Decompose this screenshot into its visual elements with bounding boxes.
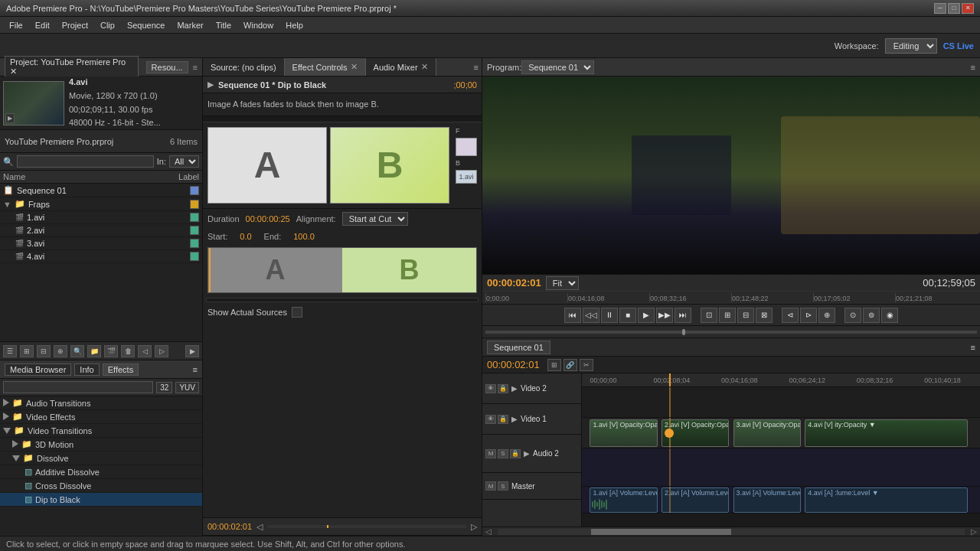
- prev-page-button[interactable]: ◁: [138, 345, 152, 357]
- dissolve-category[interactable]: 📁 Dissolve: [0, 452, 202, 465]
- list-item[interactable]: 🎬 3.avi: [0, 237, 202, 250]
- video2-lock-btn[interactable]: 🔒: [498, 384, 508, 393]
- cross-dissolve-item[interactable]: ▧ Cross Dissolve: [0, 479, 202, 493]
- audio2-track[interactable]: [582, 448, 980, 487]
- next-page-button[interactable]: ▷: [155, 345, 168, 357]
- audio1-track[interactable]: 1.avi [A] Volume:Level ▼ 2.avi [A] Volum…: [582, 487, 980, 514]
- audio-transitions-category[interactable]: 📁 Audio Transitions: [0, 396, 202, 410]
- tab-resources[interactable]: Resou...: [146, 61, 188, 73]
- list-item[interactable]: 🎬 4.avi: [0, 250, 202, 263]
- menu-item-file[interactable]: File: [3, 19, 29, 31]
- video-effects-category[interactable]: 📁 Video Effects: [0, 410, 202, 424]
- tab-info[interactable]: Info: [74, 364, 99, 376]
- list-item[interactable]: ▼ 📁 Fraps: [0, 197, 202, 211]
- audio-mixer-tab[interactable]: Audio Mixer ✕: [366, 58, 436, 76]
- tab-effects[interactable]: Effects: [103, 364, 139, 376]
- video-transitions-category[interactable]: 📁 Video Transitions: [0, 424, 202, 438]
- panel-menu-btn[interactable]: ≡: [471, 63, 482, 72]
- next-nav[interactable]: ▷: [471, 522, 477, 532]
- tab-project[interactable]: Project: YouTube Premiere Pro ✕: [5, 56, 139, 78]
- project-tab-close[interactable]: ✕: [10, 67, 17, 76]
- video1-track[interactable]: 1.avi [V] Opacity:Opacity ▼ 2.avi [V] Op…: [582, 418, 980, 448]
- export-frame-button[interactable]: ⊙: [844, 308, 861, 323]
- prog-menu-button[interactable]: ≡: [971, 63, 975, 72]
- minimize-button[interactable]: ─: [934, 3, 946, 14]
- program-sequence-select[interactable]: Sequence 01: [521, 60, 594, 74]
- timeline-menu[interactable]: ≡: [971, 343, 975, 352]
- list-view-button[interactable]: ☰: [3, 345, 17, 357]
- step-back-button[interactable]: ◁◁: [583, 308, 599, 323]
- output-button[interactable]: ◉: [881, 308, 898, 323]
- audio-clip-4[interactable]: 4.avi [A] :lume:Level ▼: [805, 487, 968, 513]
- step-forward-button[interactable]: ▶▶: [656, 308, 673, 323]
- menu-item-project[interactable]: Project: [56, 19, 94, 31]
- safe-margins-button[interactable]: ⊚: [863, 308, 880, 323]
- clip-3avi-v[interactable]: 3.avi [V] Opacity:Opacity ▼: [733, 419, 801, 447]
- video1-visibility-btn[interactable]: 👁: [485, 415, 496, 424]
- prev-nav[interactable]: ◁: [256, 522, 263, 532]
- volume-slider[interactable]: [485, 331, 977, 334]
- play-button[interactable]: ▶: [638, 308, 655, 323]
- menu-item-edit[interactable]: Edit: [29, 19, 56, 31]
- timeline-scrollbar-thumb[interactable]: [591, 529, 731, 535]
- list-item[interactable]: 🎬 2.avi: [0, 224, 202, 237]
- mark-clip-button[interactable]: ⊕: [818, 308, 835, 323]
- video1-lock-btn[interactable]: 🔒: [498, 415, 508, 424]
- lift-button[interactable]: ⊡: [701, 308, 717, 323]
- menu-item-sequence[interactable]: Sequence: [121, 19, 172, 31]
- timeline-snap-btn[interactable]: ⊞: [547, 359, 561, 371]
- clip-4avi-v[interactable]: 4.avi [V] ity:Opacity ▼: [805, 419, 968, 447]
- new-item-button[interactable]: 🎬: [104, 345, 118, 357]
- timeline-sequence-tab[interactable]: Sequence 01: [487, 341, 550, 354]
- effect-controls-close[interactable]: ✕: [351, 62, 358, 72]
- gradient-scrollbar[interactable]: [206, 298, 479, 302]
- play-button[interactable]: ▶: [207, 80, 214, 90]
- play-preview-button[interactable]: ▶: [185, 345, 199, 357]
- timeline-scrollbar[interactable]: [498, 529, 965, 535]
- mark-in-button[interactable]: ⊲: [782, 308, 799, 323]
- timeline-content-ruler[interactable]: 00;00;00 00;02;08;04 00;04;16;08 00;06;2…: [582, 373, 980, 387]
- master-solo-btn[interactable]: S: [498, 481, 508, 491]
- panel-menu-button[interactable]: ≡: [193, 63, 198, 72]
- automate-button[interactable]: ⊕: [54, 345, 67, 357]
- search-input[interactable]: [17, 155, 154, 168]
- source-tab[interactable]: Source: (no clips): [203, 58, 285, 76]
- show-sources-checkbox[interactable]: [292, 307, 302, 318]
- new-bin-button[interactable]: 📁: [87, 345, 101, 357]
- extract-button[interactable]: ⊞: [719, 308, 736, 323]
- list-item[interactable]: 📋 Sequence 01: [0, 184, 202, 197]
- menu-item-clip[interactable]: Clip: [94, 19, 121, 31]
- menu-item-window[interactable]: Window: [237, 19, 279, 31]
- go-to-out-button[interactable]: ⏭: [675, 308, 691, 323]
- 3d-motion-category[interactable]: 📁 3D Motion: [0, 438, 202, 452]
- prev-frame-button[interactable]: ⏸: [601, 308, 618, 323]
- audio2-mute-btn[interactable]: M: [485, 449, 496, 458]
- audio-mixer-close[interactable]: ✕: [421, 62, 428, 72]
- list-item[interactable]: 🎬 1.avi: [0, 211, 202, 224]
- master-mute-btn[interactable]: M: [485, 481, 496, 491]
- fit-select[interactable]: Fit: [546, 276, 579, 290]
- video2-visibility-btn[interactable]: 👁: [485, 384, 496, 393]
- audio2-solo-btn[interactable]: S: [498, 449, 508, 458]
- find-button[interactable]: 🔍: [70, 345, 84, 357]
- audio2-lock-btn[interactable]: 🔒: [510, 449, 521, 458]
- audio-clip-1[interactable]: 1.avi [A] Volume:Level ▼: [590, 487, 657, 513]
- timeline-link-btn[interactable]: 🔗: [564, 359, 577, 371]
- overlay-button[interactable]: ⊠: [756, 308, 773, 323]
- effect-progress-bar[interactable]: [267, 525, 466, 528]
- cs-live-button[interactable]: CS Live: [943, 41, 974, 51]
- dip-to-black-item[interactable]: ▧ Dip to Black: [0, 493, 202, 507]
- stop-button[interactable]: ■: [619, 308, 636, 323]
- alignment-select[interactable]: Start at Cut: [342, 212, 408, 226]
- effect-controls-tab[interactable]: Effect Controls ✕: [285, 58, 366, 76]
- workspace-select[interactable]: Editing: [885, 38, 937, 54]
- maximize-button[interactable]: □: [948, 3, 960, 14]
- freeform-view-button[interactable]: ⊟: [37, 345, 51, 357]
- insert-button[interactable]: ⊟: [737, 308, 754, 323]
- icon-view-button[interactable]: ⊞: [20, 345, 34, 357]
- delete-button[interactable]: 🗑: [121, 345, 135, 357]
- mark-out-button[interactable]: ⊳: [800, 308, 817, 323]
- scroll-left-button[interactable]: ◁: [482, 527, 495, 536]
- audio-clip-2[interactable]: 2.avi [A] Volume:Level ▼: [662, 487, 729, 513]
- go-to-in-button[interactable]: ⏮: [564, 308, 581, 323]
